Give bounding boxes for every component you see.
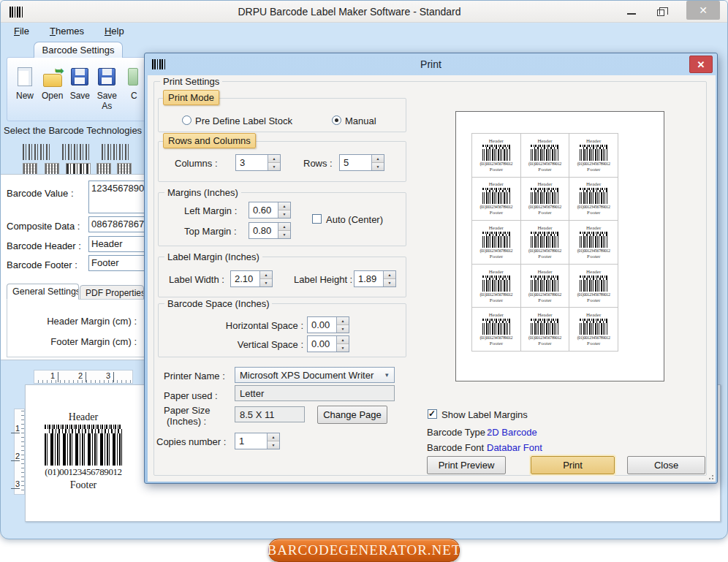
cell-header-text: Header <box>537 181 552 187</box>
print-preview-button[interactable]: Print Preview <box>427 456 506 474</box>
print-dialog-body: Print Settings Print Mode Pre Define Lab… <box>148 75 716 482</box>
barcode-sample-linear-icon[interactable] <box>62 144 91 160</box>
canvas-barcode-label[interactable]: Header (01)00123456789012 Footer <box>36 411 131 499</box>
save-as-button[interactable]: Save As <box>96 67 117 121</box>
print-button[interactable]: Print <box>531 456 615 474</box>
label-height-stepper[interactable]: 1.89 ▲▼ <box>354 270 396 287</box>
vertical-space-down-arrow[interactable]: ▼ <box>337 344 349 352</box>
open-button[interactable]: ➥ Open <box>42 67 63 121</box>
barcode-header-label: Barcode Header : <box>7 240 81 251</box>
printer-name-select[interactable]: Microsoft XPS Document Writer ▾ <box>235 367 395 383</box>
change-page-button[interactable]: Change Page <box>317 406 387 424</box>
copies-down-arrow[interactable]: ▼ <box>268 441 279 449</box>
restore-button[interactable] <box>650 1 672 23</box>
print-page-preview: Header (01)00123456789012 Footer Header … <box>455 111 664 381</box>
predefine-radio-label[interactable]: Pre Define Label Stock <box>195 115 292 126</box>
cell-barcode-image <box>531 145 558 161</box>
print-settings-label: Print Settings <box>160 76 222 87</box>
preview-label-cell: Header (01)00123456789012 Footer <box>521 178 570 221</box>
show-label-margins-checkbox[interactable] <box>428 409 437 419</box>
horizontal-space-down-arrow[interactable]: ▼ <box>337 325 349 333</box>
menu-help[interactable]: Help <box>105 26 124 40</box>
label-width-down-arrow[interactable]: ▼ <box>260 279 272 286</box>
rows-up-arrow[interactable]: ▲ <box>372 155 384 163</box>
horizontal-space-stepper[interactable]: 0.00 ▲▼ <box>307 316 349 333</box>
cell-barcode-image <box>580 276 607 292</box>
columns-up-arrow[interactable]: ▲ <box>268 155 280 163</box>
cell-header-text: Header <box>586 138 601 144</box>
barcode-lines <box>531 323 558 335</box>
databar-barcode-image <box>45 425 122 466</box>
horizontal-space-up-arrow[interactable]: ▲ <box>337 317 349 325</box>
close-icon: ✕ <box>699 4 708 16</box>
rows-value: 5 <box>340 155 371 170</box>
auto-center-checkbox[interactable] <box>312 214 322 224</box>
rows-down-arrow[interactable]: ▼ <box>372 163 384 170</box>
columns-stepper[interactable]: 3 ▲▼ <box>235 154 281 171</box>
toolbar: New ➥ Open Save Save As C <box>7 57 147 121</box>
cell-header-text: Header <box>537 312 552 318</box>
label-width-stepper[interactable]: 2.10 ▲▼ <box>230 270 273 287</box>
label-height-value: 1.89 <box>354 271 383 286</box>
vertical-space-stepper[interactable]: 0.00 ▲▼ <box>307 335 349 352</box>
preview-label-cell: Header (01)00123456789012 Footer <box>472 265 521 308</box>
auto-center-label[interactable]: Auto (Center) <box>326 214 383 225</box>
rows-stepper[interactable]: 5 ▲▼ <box>339 154 384 171</box>
predefine-radio[interactable] <box>182 115 192 125</box>
barcode-lines <box>580 192 607 204</box>
copies-stepper[interactable]: 1 ▲▼ <box>235 433 280 449</box>
barcode-footer-input[interactable]: Footer <box>88 255 146 271</box>
composite-data-input[interactable]: 0867867867 <box>88 216 146 232</box>
barcode-font-value[interactable]: Databar Font <box>487 442 542 453</box>
top-margin-down-arrow[interactable]: ▼ <box>278 231 290 238</box>
minimize-button[interactable] <box>621 1 642 23</box>
barcode-type-label: Barcode Type : <box>427 427 490 438</box>
barcode-header-input[interactable]: Header <box>88 236 146 252</box>
label-width-up-arrow[interactable]: ▲ <box>260 271 272 279</box>
paper-size-field: 8.5 X 11 <box>235 406 305 422</box>
barcode-lines <box>531 280 558 292</box>
vertical-space-label: Vertical Space : <box>195 339 303 350</box>
tab-general-settings[interactable]: General Settings <box>7 284 79 300</box>
manual-radio-label[interactable]: Manual <box>345 115 376 126</box>
barcode-sample-linear-icon[interactable] <box>23 144 52 160</box>
left-margin-stepper[interactable]: 0.60 ▲▼ <box>249 202 291 219</box>
barcode-footer-label: Barcode Footer : <box>7 259 77 270</box>
copies-up-arrow[interactable]: ▲ <box>268 433 279 441</box>
resize-grip[interactable] <box>706 472 713 479</box>
columns-down-arrow[interactable]: ▼ <box>268 163 280 170</box>
top-margin-up-arrow[interactable]: ▲ <box>278 223 290 231</box>
left-margin-up-arrow[interactable]: ▲ <box>278 202 290 210</box>
cell-footer-text: Footer <box>587 210 600 216</box>
menu-file[interactable]: File <box>14 26 29 40</box>
close-button[interactable]: Close <box>627 456 705 474</box>
dialog-close-button[interactable]: ✕ <box>689 56 713 73</box>
preview-label-cell: Header (01)00123456789012 Footer <box>521 308 570 352</box>
label-margin-label: Label Margin (Inches) <box>164 251 262 262</box>
tab-barcode-settings[interactable]: Barcode Settings <box>34 42 123 58</box>
barcode-sample-linear-icon[interactable] <box>102 144 131 160</box>
menu-themes[interactable]: Themes <box>50 26 84 40</box>
show-label-margins-label[interactable]: Show Label Margins <box>441 409 528 420</box>
clipped-toolbar-button[interactable]: C <box>124 67 144 121</box>
label-height-up-arrow[interactable]: ▲ <box>384 271 395 279</box>
cell-barcode-image <box>531 276 558 292</box>
barcode-value-input[interactable]: 123456789012 <box>88 181 146 213</box>
cell-value-text: (01)00123456789012 <box>528 292 561 297</box>
paper-used-field: Letter <box>235 385 395 401</box>
top-margin-stepper[interactable]: 0.80 ▲▼ <box>249 222 291 239</box>
barcode-lines <box>580 149 607 161</box>
left-margin-down-arrow[interactable]: ▼ <box>278 210 290 218</box>
window-close-button[interactable]: ✕ <box>686 1 720 20</box>
vertical-space-up-arrow[interactable]: ▲ <box>337 336 349 344</box>
vertical-ruler: 1 2 3 <box>14 409 25 495</box>
manual-radio[interactable] <box>332 115 341 125</box>
barcode-font-label: Barcode Font : <box>427 442 489 453</box>
label-height-down-arrow[interactable]: ▼ <box>384 279 395 286</box>
cell-footer-text: Footer <box>587 167 600 172</box>
cell-header-text: Header <box>489 138 504 144</box>
top-margin-label: Top Margin : <box>184 226 237 237</box>
save-button[interactable]: Save <box>69 67 90 121</box>
new-button[interactable]: New <box>15 67 35 121</box>
barcode-type-value[interactable]: 2D Barcode <box>487 427 537 438</box>
